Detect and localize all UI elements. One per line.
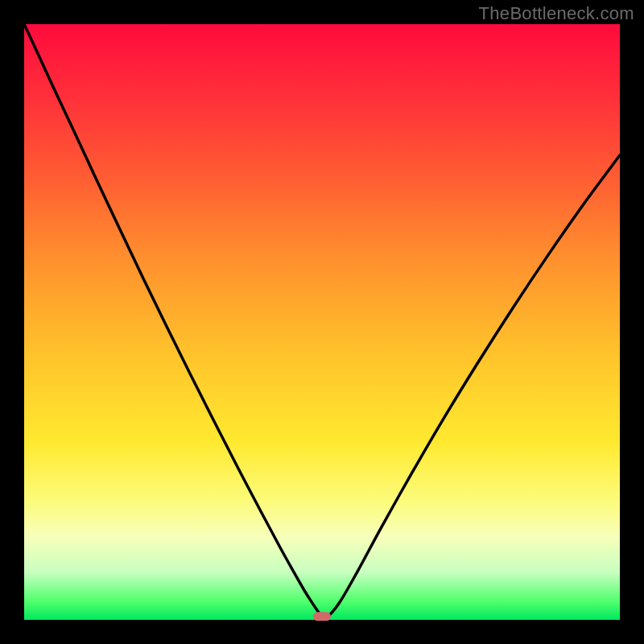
chart-frame: TheBottleneck.com — [0, 0, 644, 644]
bottleneck-curve — [24, 24, 620, 617]
plot-area — [24, 24, 620, 620]
minimum-marker — [313, 612, 331, 621]
chart-svg — [24, 24, 620, 620]
watermark-text: TheBottleneck.com — [479, 3, 634, 24]
